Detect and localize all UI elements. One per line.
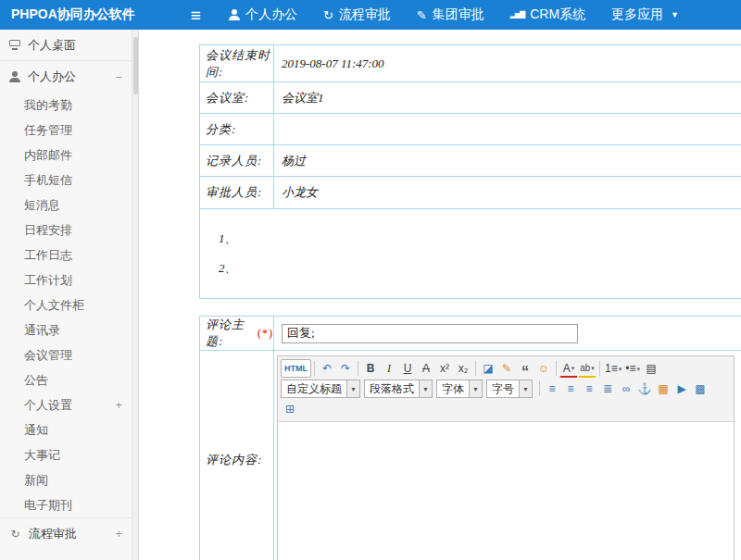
table-row: 会议结束时间: 2019-08-07 11:47:00 [200, 45, 741, 82]
sidebar-item-internal-mail[interactable]: 内部邮件 [0, 143, 132, 168]
paste-icon[interactable]: ▤ [642, 359, 660, 378]
sidebar-item-short-message[interactable]: 短消息 [0, 193, 132, 218]
sidebar-item-label: 会议管理 [24, 347, 72, 364]
sidebar-item-sms[interactable]: 手机短信 [0, 168, 132, 193]
table-icon[interactable]: ⊞ [281, 400, 299, 418]
sidebar-section-label: 流程审批 [29, 526, 77, 542]
caret-down-icon[interactable] [346, 380, 359, 397]
sidebar-item-major-events[interactable]: 大事记 [0, 442, 132, 467]
field-label: 会议室: [200, 82, 274, 113]
strikethrough-icon[interactable]: A [417, 359, 435, 378]
align-right-icon[interactable]: ≡ [580, 380, 598, 398]
process-icon: ↻ [9, 528, 21, 541]
sidebar-item-label: 内部邮件 [24, 147, 72, 164]
nav-process-approval[interactable]: ↻ 流程审批 [323, 6, 391, 23]
toolbar-separator [556, 361, 557, 376]
justify-icon[interactable]: ≣ [598, 380, 617, 398]
sidebar-item-label: 日程安排 [24, 222, 72, 239]
sidebar-item-desktop[interactable]: 个人桌面 [0, 30, 132, 61]
sidebar-item-personal-settings[interactable]: 个人设置 + [0, 392, 132, 417]
field-value [274, 317, 741, 350]
scrollbar-thumb[interactable] [133, 37, 138, 94]
comment-subject-row: 评论主题: (*) [200, 317, 741, 351]
bold-icon[interactable]: B [361, 359, 380, 378]
table-row: 审批人员: 小龙女 [200, 177, 741, 208]
highlight-color-icon[interactable]: ab [578, 359, 597, 378]
select-value: 字号 [487, 380, 519, 397]
image-icon[interactable]: ▦ [654, 380, 672, 398]
redo-icon[interactable]: ↷ [336, 359, 355, 378]
link-icon[interactable]: ∞ [617, 380, 635, 398]
sidebar-item-label: 大事记 [24, 447, 60, 464]
nav-label: 流程审批 [339, 6, 391, 23]
underline-icon[interactable]: U [398, 359, 417, 378]
align-left-icon[interactable]: ≡ [543, 380, 561, 398]
nav-group-approval[interactable]: ✎ 集团审批 [417, 6, 484, 23]
font-size-select[interactable]: 字号 [486, 380, 533, 398]
caret-down-icon: ▼ [671, 10, 679, 19]
editor-toolbar: HTML ↶ ↷ B I U A x² [278, 356, 734, 422]
unordered-list-icon[interactable]: •≡ [623, 359, 642, 378]
sidebar-item-contacts[interactable]: 通讯录 [0, 317, 132, 342]
toolbar-separator [358, 361, 358, 376]
expand-icon[interactable]: + [115, 398, 122, 412]
anchor-icon[interactable]: ⚓ [635, 380, 654, 398]
format-painter-icon[interactable]: ✎ [497, 359, 516, 378]
select-value: 字体 [437, 380, 469, 397]
editor-content[interactable] [278, 422, 734, 560]
field-label: 记录人员: [200, 145, 274, 176]
nav-more-apps[interactable]: 更多应用 ▼ [611, 6, 679, 23]
field-label: 分类: [200, 114, 274, 144]
field-value: 会议室1 [274, 82, 741, 113]
sidebar-item-label: 个人文件柜 [24, 297, 84, 314]
table-row: 会议室: 会议室1 [200, 82, 741, 114]
keyboard-icon[interactable]: ▩ [691, 380, 710, 398]
sidebar-item-file-cabinet[interactable]: 个人文件柜 [0, 292, 132, 317]
person-icon [9, 71, 20, 82]
paragraph-format-select[interactable]: 段落格式 [364, 380, 433, 398]
required-mark: (*) [257, 327, 273, 341]
sidebar-item-news[interactable]: 新闻 [0, 467, 132, 492]
media-icon[interactable]: ▶ [672, 380, 691, 398]
sidebar-item-task-management[interactable]: 任务管理 [0, 118, 132, 143]
align-center-icon[interactable]: ≡ [561, 380, 580, 398]
subscript-icon[interactable]: x₂ [454, 359, 472, 378]
sidebar-item-announcement[interactable]: 公告 [0, 367, 132, 392]
field-label: 评论内容: [200, 351, 274, 560]
note-line: 1、 [219, 224, 741, 254]
sidebar-item-notice[interactable]: 通知 [0, 417, 132, 442]
toolbar-row-1: HTML ↶ ↷ B I U A x² [281, 358, 731, 379]
desktop-icon [9, 40, 20, 50]
meeting-info-table: 会议结束时间: 2019-08-07 11:47:00 会议室: 会议室1 分类… [199, 44, 741, 209]
source-icon[interactable]: HTML [281, 359, 311, 378]
expand-icon[interactable]: + [115, 527, 122, 541]
sidebar-item-work-plan[interactable]: 工作计划 [0, 268, 132, 292]
blockquote-icon[interactable]: “ [516, 359, 534, 378]
sidebar-item-meeting-management[interactable]: 会议管理 [0, 342, 132, 367]
sidebar-item-schedule[interactable]: 日程安排 [0, 218, 132, 243]
emoticon-icon[interactable]: ☺ [534, 359, 553, 378]
sidebar-section-personal-office[interactable]: 个人办公 − [0, 61, 132, 93]
app-logo[interactable]: PHPOA协同办公软件 [0, 6, 146, 23]
sidebar-splitter[interactable] [132, 30, 139, 560]
collapse-icon[interactable]: − [115, 70, 122, 84]
undo-icon[interactable]: ↶ [318, 359, 336, 378]
superscript-icon[interactable]: x² [435, 359, 454, 378]
eraser-icon[interactable]: ◪ [479, 359, 497, 378]
sidebar-section-process-approval[interactable]: ↻ 流程审批 + [0, 517, 132, 549]
italic-icon[interactable]: I [380, 359, 398, 378]
font-color-icon[interactable]: A [559, 359, 578, 378]
caret-down-icon[interactable] [469, 380, 482, 397]
sidebar-item-work-log[interactable]: 工作日志 [0, 243, 132, 268]
sidebar-item-attendance[interactable]: 我的考勤 [0, 93, 132, 118]
font-family-select[interactable]: 字体 [436, 380, 483, 398]
ordered-list-icon[interactable]: 1≡ [603, 359, 623, 378]
caret-down-icon[interactable] [519, 380, 532, 397]
caret-down-icon[interactable] [419, 380, 432, 397]
nav-crm-system[interactable]: ▂▅▇ CRM系统 [510, 6, 585, 23]
nav-personal-office[interactable]: 个人办公 [229, 6, 297, 23]
comment-subject-input[interactable] [282, 324, 578, 343]
menu-icon[interactable]: ≡ [191, 6, 201, 24]
heading-select[interactable]: 自定义标题 [281, 380, 360, 398]
sidebar-item-e-journal[interactable]: 电子期刊 [0, 492, 132, 517]
